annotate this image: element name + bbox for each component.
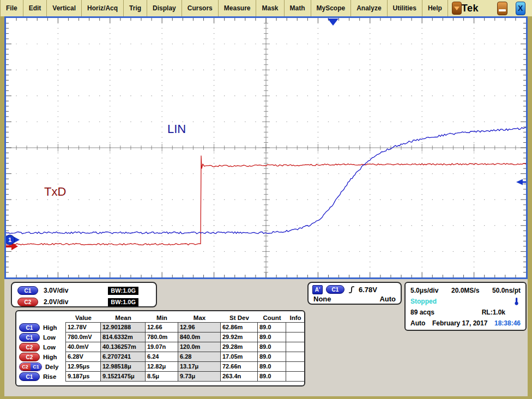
menu-item-vertical[interactable]: Vertical — [47, 0, 82, 16]
txd-signal-label: TxD — [44, 185, 66, 198]
measurement-name: Dely — [45, 364, 58, 370]
measurement-name: Low — [43, 334, 56, 341]
measurement-cell-mean: 40.136257m — [100, 342, 146, 352]
channel2-channel1-badge: C2C1 — [19, 362, 42, 371]
measurement-cell-max: 840.0m — [178, 332, 221, 342]
measurement-name: Low — [43, 344, 56, 350]
chevron-down-icon — [454, 7, 460, 10]
channel-readout-panel[interactable]: C1 3.0V/div BW:1.0G C2 2.0V/div BW:1.0G — [11, 282, 157, 307]
measurement-row-label: C1High — [18, 323, 66, 332]
measurement-cell-mean: 12.901288 — [100, 322, 146, 332]
trigger-level-value: 6.78V — [359, 286, 377, 294]
channel2-badge[interactable]: C2 — [17, 298, 38, 306]
measurement-cell-info — [286, 361, 305, 372]
minimize-button[interactable] — [497, 2, 507, 15]
measurement-cell-min: 19.07n — [145, 342, 178, 352]
measurement-cell-stdev: 29.28m — [220, 342, 258, 352]
menu-item-math[interactable]: Math — [285, 0, 311, 16]
column-header-stdev: St Dev — [221, 313, 258, 323]
column-header-value: Value — [66, 313, 101, 323]
measurement-row-label: C2Low — [18, 343, 66, 352]
menu-items: FileEditVerticalHoriz/AcqTrigDisplayCurs… — [0, 0, 448, 16]
measurement-cell-min: 12.82μ — [145, 361, 178, 372]
measurement-row: C2Low40.0mV40.136257m19.07n120.0m29.28m8… — [18, 342, 304, 352]
measurement-cell-stdev: 17.05m — [220, 352, 258, 362]
measurement-table-panel: Value Mean Min Max St Dev Count Info C1H… — [15, 310, 305, 386]
timebase-scale: 5.0μs/div — [410, 287, 438, 294]
measurement-cell-min: 12.66 — [145, 322, 178, 332]
channel1-badge: C1 — [19, 372, 40, 381]
measurement-row-label: C1Low — [18, 333, 66, 342]
trigger-mode-label: Auto — [410, 319, 425, 327]
menu-item-myscope[interactable]: MyScope — [311, 0, 352, 16]
measurement-row-label: C1Rise — [18, 372, 66, 382]
menu-item-utilities[interactable]: Utilities — [388, 0, 422, 16]
channel1-scale: 3.0V/div — [44, 287, 68, 294]
trigger-indicator-icon — [512, 297, 521, 306]
menu-item-cursors[interactable]: Cursors — [182, 0, 219, 16]
channel1-marker-number: 1 — [8, 237, 11, 243]
trigger-readout-panel[interactable]: A' C1 6.78V None Auto — [307, 282, 402, 305]
menu-item-edit[interactable]: Edit — [23, 0, 47, 16]
close-button[interactable]: X — [516, 2, 526, 15]
measurement-table-body: C1High12.78V12.90128812.6612.9662.86m89.… — [18, 323, 304, 382]
measurement-cell-count: 89.0 — [257, 371, 286, 382]
timebase-readout-panel[interactable]: 5.0μs/div 20.0MS/s 50.0ns/pt Stopped 89 … — [404, 282, 527, 331]
menu-item-analyze[interactable]: Analyze — [351, 0, 387, 16]
measurement-row: C1Low780.0mV814.6332m780.0m840.0m29.92m8… — [18, 332, 304, 342]
channel2-badge: C2 — [19, 353, 40, 361]
channel1-badge: C1 — [19, 323, 40, 332]
measurement-cell-min: 6.24 — [145, 352, 178, 362]
menu-item-display[interactable]: Display — [147, 0, 182, 16]
waveform-display[interactable]: 1 LIN TxD — [4, 16, 528, 279]
trigger-position-marker[interactable] — [328, 19, 338, 26]
channel2-readout[interactable]: C2 2.0V/div BW:1.0G — [17, 297, 150, 307]
menu-item-help[interactable]: Help — [422, 0, 448, 16]
channel1-badge[interactable]: C1 — [17, 286, 38, 295]
measurement-cell-value: 40.0mV — [65, 342, 101, 352]
menu-item-measure[interactable]: Measure — [219, 0, 257, 16]
measurement-cell-stdev: 29.92m — [220, 332, 258, 342]
measurement-row: C2High6.28V6.27072416.246.2817.05m89.0 — [18, 352, 304, 362]
channel1-reference-marker[interactable]: 1 — [6, 235, 20, 245]
measurement-cell-stdev: 62.86m — [220, 322, 258, 332]
trigger-mode: Auto — [379, 295, 396, 303]
measurement-cell-max: 12.96 — [178, 322, 221, 332]
measurement-cell-stdev: 72.66n — [220, 361, 258, 372]
measurement-name: High — [43, 354, 57, 360]
measurement-cell-count: 89.0 — [257, 332, 286, 342]
menu-overflow-button[interactable] — [452, 2, 462, 15]
menu-item-trig[interactable]: Trig — [124, 0, 147, 16]
measurement-name: Rise — [43, 373, 56, 380]
measurement-cell-info — [286, 332, 305, 342]
menu-item-mask[interactable]: Mask — [256, 0, 284, 16]
channel2-badge: C2 — [19, 343, 40, 352]
measurement-cell-value: 12.78V — [65, 322, 101, 332]
measurement-cell-mean: 9.1521475μ — [100, 371, 146, 382]
acquisition-count: 89 acqs — [410, 309, 434, 316]
trigger-source-badge: A' — [312, 285, 323, 294]
channel1-readout[interactable]: C1 3.0V/div BW:1.0G — [17, 286, 150, 295]
column-header-mean: Mean — [101, 313, 146, 323]
trigger-channel-badge: C1 — [326, 285, 344, 294]
measurement-row: C2C1Dely12.95μs12.98518μ12.82μ13.17μ72.6… — [18, 362, 304, 372]
menu-item-file[interactable]: File — [0, 0, 23, 16]
measurement-cell-max: 9.73μ — [178, 371, 221, 382]
record-length: RL:1.0k — [482, 309, 505, 316]
measurement-cell-info — [286, 322, 305, 332]
channel1-bandwidth-badge: BW:1.0G — [108, 287, 138, 295]
measurement-cell-count: 89.0 — [257, 322, 286, 332]
measurement-cell-info — [286, 371, 305, 382]
column-header-count: Count — [258, 313, 286, 323]
channel1-badge: C1 — [19, 333, 40, 342]
date-label: February 17, 2017 — [432, 319, 487, 327]
measurement-cell-stdev: 263.4n — [220, 371, 258, 382]
measurement-cell-max: 6.28 — [178, 352, 221, 362]
menu-item-horiz-acq[interactable]: Horiz/Acq — [82, 0, 124, 16]
measurement-row-label: C2High — [18, 353, 66, 362]
measurement-cell-info — [286, 342, 305, 352]
minimize-icon — [499, 9, 506, 11]
column-header-max: Max — [178, 313, 221, 323]
measurement-cell-min: 780.0m — [145, 332, 178, 342]
measurement-cell-value: 9.187μs — [65, 371, 101, 382]
